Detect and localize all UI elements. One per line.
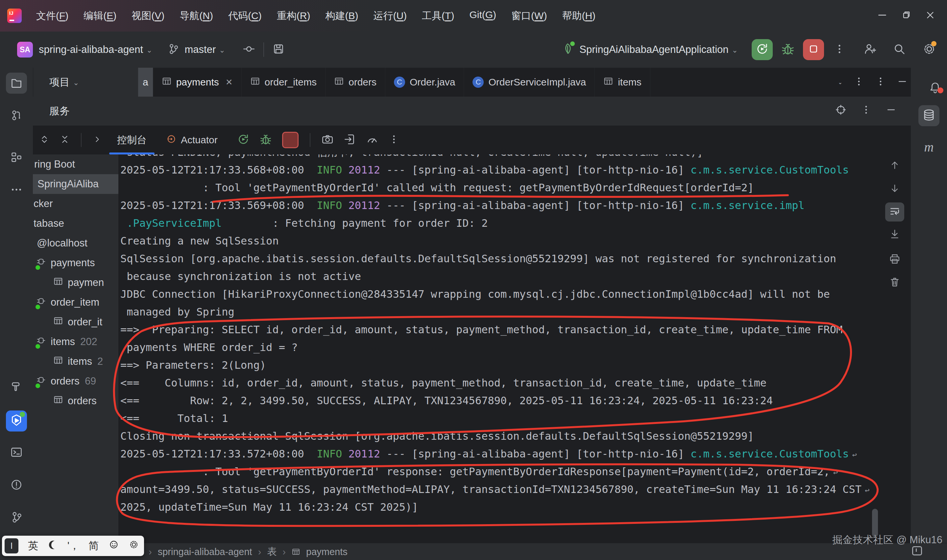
- stop-console-icon[interactable]: [282, 132, 299, 148]
- close-tab-icon[interactable]: ✕: [226, 77, 233, 88]
- options-icon[interactable]: [861, 105, 872, 118]
- tab-OrderServiceImpl.java[interactable]: COrderServiceImpl.java: [464, 68, 595, 97]
- services-tool-icon[interactable]: [6, 411, 27, 431]
- menu-item[interactable]: 导航(N): [174, 6, 218, 25]
- ime-settings-gear-icon[interactable]: [124, 540, 144, 552]
- terminal-tool-icon[interactable]: [11, 446, 22, 460]
- tree-item-orders[interactable]: orders69: [33, 371, 119, 391]
- tree-item-order_item[interactable]: order_item: [33, 292, 119, 312]
- branch-selector[interactable]: master: [185, 44, 216, 55]
- tab-order_items[interactable]: order_items: [242, 68, 325, 97]
- print-icon[interactable]: [889, 253, 900, 266]
- scroll-to-end-icon[interactable]: [889, 229, 900, 241]
- tree-item-@localhost[interactable]: @localhost: [33, 233, 119, 253]
- restore-window-icon[interactable]: [901, 10, 912, 22]
- tab-orders[interactable]: orders: [325, 68, 385, 97]
- project-avatar[interactable]: SA: [17, 42, 33, 57]
- menu-item[interactable]: 文件(F): [31, 6, 74, 25]
- ime-emoji-icon[interactable]: [103, 540, 124, 552]
- search-everywhere-icon[interactable]: [893, 43, 905, 57]
- breadcrumb-item[interactable]: springai-alibaba-agent: [158, 546, 252, 557]
- chevron-right-icon[interactable]: [93, 135, 102, 145]
- console-more-icon[interactable]: [389, 134, 399, 146]
- commit-tool-icon[interactable]: [11, 109, 22, 123]
- minimize-window-icon[interactable]: [877, 9, 888, 22]
- project-selector[interactable]: spring-ai-alibaba-agent: [39, 44, 143, 55]
- ime-moon-icon[interactable]: [43, 540, 63, 552]
- tab-actuator[interactable]: Actuator: [157, 126, 228, 154]
- tab-partial[interactable]: a: [138, 68, 153, 97]
- tree-item-orders[interactable]: orders: [33, 391, 119, 411]
- menu-item[interactable]: 工具(T): [417, 6, 459, 25]
- console-output[interactable]: status=PENDING, paymentMethod=信用卡, trans…: [119, 154, 911, 543]
- more-tools-icon[interactable]: [11, 184, 22, 197]
- rerun-console-icon[interactable]: [237, 134, 249, 146]
- commit-icon[interactable]: [243, 43, 255, 56]
- stop-button[interactable]: [803, 39, 824, 60]
- menu-item[interactable]: 帮助(H): [557, 6, 601, 25]
- structure-tool-icon[interactable]: [11, 151, 22, 165]
- locate-icon[interactable]: [835, 104, 846, 118]
- menu-item[interactable]: 代码(C): [223, 6, 267, 25]
- menu-item[interactable]: 视图(V): [126, 6, 170, 25]
- tree-item-cker[interactable]: cker: [33, 194, 119, 214]
- tab-Order.java[interactable]: COrder.java: [385, 68, 464, 97]
- tree-item-items[interactable]: items2: [33, 352, 119, 371]
- menu-item[interactable]: 编辑(E): [78, 6, 122, 25]
- ime-simplified-toggle[interactable]: 简: [83, 539, 103, 553]
- build-tool-icon[interactable]: [11, 380, 22, 394]
- tab-options-icon[interactable]: [854, 76, 864, 88]
- breadcrumb-item[interactable]: 表: [267, 545, 277, 558]
- project-panel-header[interactable]: 项目 ⌄: [33, 68, 138, 97]
- soft-wrap-end-icon: ↩: [865, 486, 869, 495]
- problems-tool-icon[interactable]: [11, 479, 22, 492]
- maven-tool-icon[interactable]: m: [924, 139, 934, 155]
- console-line: : Tool 'getPaymentByOrderId' called with…: [120, 179, 911, 197]
- project-tool-icon[interactable]: [6, 72, 27, 94]
- clear-console-trash-icon[interactable]: [889, 276, 900, 289]
- code-with-me-icon[interactable]: [864, 43, 876, 57]
- ime-language-toggle[interactable]: 英: [23, 539, 43, 553]
- debug-button[interactable]: [781, 42, 795, 57]
- ime-punctuation-toggle[interactable]: '，: [63, 539, 83, 553]
- save-all-icon[interactable]: [273, 43, 285, 56]
- menu-item[interactable]: 窗口(W): [506, 6, 552, 25]
- menu-item[interactable]: Git(G): [464, 6, 502, 25]
- tab-items[interactable]: items: [595, 68, 650, 97]
- tree-item-ringBoot[interactable]: ring Boot: [33, 154, 119, 174]
- menu-item[interactable]: 重构(R): [272, 6, 316, 25]
- tree-item-payments[interactable]: payments: [33, 253, 119, 273]
- tab-payments[interactable]: payments✕: [153, 68, 242, 97]
- database-tool-icon[interactable]: [918, 105, 939, 126]
- soft-wrap-icon[interactable]: [885, 202, 904, 222]
- tab-console[interactable]: 控制台: [107, 126, 157, 154]
- menu-item[interactable]: 构建(B): [320, 6, 363, 25]
- hide-icon[interactable]: [886, 105, 896, 118]
- rerun-debug-icon[interactable]: [260, 134, 272, 146]
- ime-caret[interactable]: ǀ: [5, 538, 18, 554]
- tree-item-order_it[interactable]: order_it: [33, 312, 119, 332]
- close-window-icon[interactable]: [925, 9, 936, 22]
- tree-item-SpringAiAliba[interactable]: SpringAiAliba: [33, 174, 119, 194]
- scroll-down-icon[interactable]: [890, 183, 900, 195]
- run-configuration-selector[interactable]: SpringAiAlibabaAgentApplication: [579, 44, 728, 55]
- panel-options-icon[interactable]: [875, 76, 886, 88]
- more-actions-icon[interactable]: [834, 43, 845, 56]
- restore-layout-icon[interactable]: [344, 134, 356, 146]
- expand-all-icon[interactable]: [40, 134, 49, 146]
- breadcrumb-item[interactable]: payments: [306, 546, 348, 557]
- scroll-up-icon[interactable]: [890, 160, 900, 172]
- gauge-icon[interactable]: [366, 134, 378, 146]
- tree-item-paymen[interactable]: paymen: [33, 273, 119, 292]
- chevron-down-icon[interactable]: ⌄: [838, 79, 842, 85]
- tree-item-items[interactable]: items202: [33, 332, 119, 352]
- tree-item-tabase[interactable]: tabase: [33, 214, 119, 233]
- settings-gear-icon[interactable]: [923, 42, 936, 57]
- menu-item[interactable]: 运行(U): [368, 6, 412, 25]
- git-tool-icon[interactable]: [11, 511, 22, 525]
- thread-dump-camera-icon[interactable]: [322, 134, 333, 146]
- collapse-all-icon[interactable]: [60, 134, 70, 146]
- notifications-bell-icon[interactable]: [929, 89, 941, 95]
- hide-panel-icon[interactable]: [897, 76, 907, 88]
- rerun-button[interactable]: [752, 39, 773, 60]
